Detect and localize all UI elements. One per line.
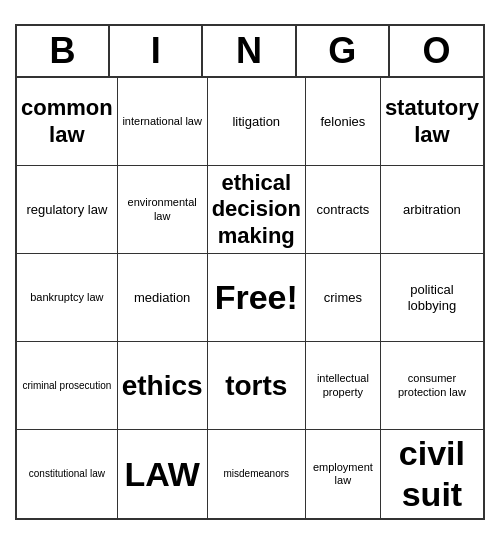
- bingo-cell: ethics: [118, 342, 208, 430]
- bingo-cell: civil suit: [381, 430, 483, 518]
- bingo-cell: crimes: [306, 254, 381, 342]
- bingo-header: BINGO: [17, 26, 483, 78]
- bingo-cell: common law: [17, 78, 118, 166]
- cell-text: contracts: [317, 202, 370, 218]
- header-letter-b: B: [17, 26, 110, 76]
- bingo-cell: Free!: [208, 254, 306, 342]
- cell-text: felonies: [320, 114, 365, 130]
- cell-text: mediation: [134, 290, 190, 306]
- bingo-grid: common lawinternational lawlitigationfel…: [17, 78, 483, 518]
- bingo-cell: statutory law: [381, 78, 483, 166]
- cell-text: common law: [21, 95, 113, 148]
- header-letter-i: I: [110, 26, 203, 76]
- cell-text: ethical decision making: [212, 170, 301, 249]
- bingo-cell: contracts: [306, 166, 381, 254]
- cell-text: torts: [225, 369, 287, 403]
- bingo-cell: political lobbying: [381, 254, 483, 342]
- bingo-cell: mediation: [118, 254, 208, 342]
- bingo-cell: intellectual property: [306, 342, 381, 430]
- cell-text: arbitration: [403, 202, 461, 218]
- cell-text: misdemeanors: [223, 468, 289, 480]
- cell-text: civil suit: [385, 433, 479, 515]
- cell-text: criminal prosecution: [22, 380, 111, 392]
- bingo-cell: litigation: [208, 78, 306, 166]
- bingo-cell: criminal prosecution: [17, 342, 118, 430]
- bingo-cell: ethical decision making: [208, 166, 306, 254]
- bingo-cell: bankruptcy law: [17, 254, 118, 342]
- cell-text: employment law: [310, 461, 376, 487]
- bingo-cell: felonies: [306, 78, 381, 166]
- cell-text: statutory law: [385, 95, 479, 148]
- bingo-cell: consumer protection law: [381, 342, 483, 430]
- header-letter-g: G: [297, 26, 390, 76]
- header-letter-o: O: [390, 26, 483, 76]
- bingo-card: BINGO common lawinternational lawlitigat…: [15, 24, 485, 520]
- cell-text: regulatory law: [26, 202, 107, 218]
- cell-text: Free!: [215, 277, 298, 318]
- bingo-cell: torts: [208, 342, 306, 430]
- bingo-cell: misdemeanors: [208, 430, 306, 518]
- bingo-cell: regulatory law: [17, 166, 118, 254]
- cell-text: LAW: [124, 454, 200, 495]
- bingo-cell: international law: [118, 78, 208, 166]
- cell-text: international law: [122, 115, 202, 128]
- header-letter-n: N: [203, 26, 296, 76]
- cell-text: constitutional law: [29, 468, 105, 480]
- cell-text: consumer protection law: [385, 372, 479, 398]
- cell-text: ethics: [122, 369, 203, 403]
- cell-text: litigation: [232, 114, 280, 130]
- bingo-cell: arbitration: [381, 166, 483, 254]
- cell-text: crimes: [324, 290, 362, 306]
- bingo-cell: LAW: [118, 430, 208, 518]
- cell-text: political lobbying: [385, 282, 479, 313]
- bingo-cell: employment law: [306, 430, 381, 518]
- bingo-cell: constitutional law: [17, 430, 118, 518]
- cell-text: intellectual property: [310, 372, 376, 398]
- cell-text: environmental law: [122, 196, 203, 222]
- cell-text: bankruptcy law: [30, 291, 103, 304]
- bingo-cell: environmental law: [118, 166, 208, 254]
